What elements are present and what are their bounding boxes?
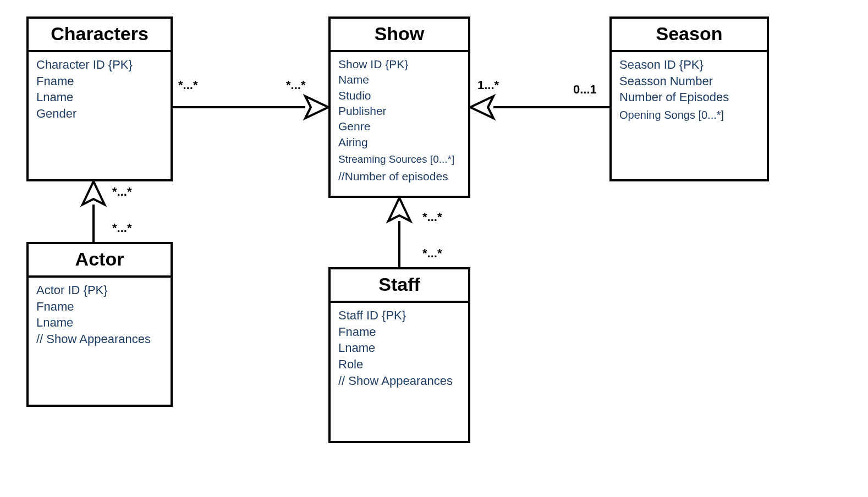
attr: Staff ID {PK}	[338, 307, 460, 324]
entity-actor-body: Actor ID {PK} Fname Lname // Show Appear…	[29, 278, 171, 352]
attr: Publisher	[338, 103, 460, 119]
svg-marker-5	[83, 181, 105, 205]
attr: Role	[338, 356, 460, 373]
entity-season: Season Season ID {PK} Seasson Number Num…	[609, 16, 769, 181]
entity-staff-body: Staff ID {PK} Fname Lname Role // Show A…	[331, 303, 468, 393]
attr: Studio	[338, 88, 460, 103]
attr: Airing	[338, 135, 460, 150]
entity-season-body: Season ID {PK} Seasson Number Number of …	[612, 52, 767, 127]
attr: Name	[338, 72, 460, 87]
entity-characters-body: Character ID {PK} Fname Lname Gender	[29, 52, 171, 126]
attr: Streaming Sources [0...*]	[338, 150, 460, 167]
mult-label: 0...1	[573, 82, 597, 97]
entity-actor-title: Actor	[29, 244, 171, 278]
mult-label: *...*	[178, 78, 197, 92]
entity-show: Show Show ID {PK} Name Studio Publisher …	[328, 16, 470, 198]
mult-label: *...*	[422, 210, 442, 224]
attr: Lname	[36, 314, 163, 331]
attr: Fname	[338, 324, 460, 340]
entity-show-body: Show ID {PK} Name Studio Publisher Genre…	[331, 52, 468, 189]
mult-label: *...*	[286, 78, 305, 92]
attr: Actor ID {PK}	[36, 282, 163, 299]
attr: Show ID {PK}	[338, 57, 460, 72]
entity-characters-title: Characters	[29, 19, 171, 52]
attr: Season ID {PK}	[619, 57, 759, 73]
attr: // Show Appearances	[36, 331, 163, 347]
mult-label: 1...*	[477, 78, 499, 92]
entity-actor: Actor Actor ID {PK} Fname Lname // Show …	[26, 242, 173, 407]
mult-label: *...*	[112, 221, 131, 235]
attr: Fname	[36, 299, 163, 315]
attr: Number of Episodes	[619, 89, 759, 106]
entity-season-title: Season	[612, 19, 767, 52]
entity-characters: Characters Character ID {PK} Fname Lname…	[26, 16, 173, 181]
attr: Seasson Number	[619, 73, 759, 90]
attr: Lname	[338, 340, 460, 356]
svg-marker-3	[470, 96, 493, 118]
attr: Character ID {PK}	[36, 57, 163, 73]
svg-marker-7	[388, 198, 410, 221]
entity-staff-title: Staff	[331, 269, 468, 303]
attr: Fname	[36, 73, 163, 90]
mult-label: *...*	[112, 185, 131, 199]
mult-label: *...*	[422, 246, 442, 261]
attr: Lname	[36, 89, 163, 106]
entity-show-title: Show	[331, 19, 468, 52]
entity-staff: Staff Staff ID {PK} Fname Lname Role // …	[328, 267, 470, 443]
svg-marker-1	[305, 96, 328, 118]
attr: //Number of episodes	[338, 167, 460, 184]
attr: // Show Appearances	[338, 373, 460, 389]
attr: Genre	[338, 119, 460, 134]
attr: Opening Songs [0...*]	[619, 106, 759, 123]
attr: Gender	[36, 106, 163, 122]
